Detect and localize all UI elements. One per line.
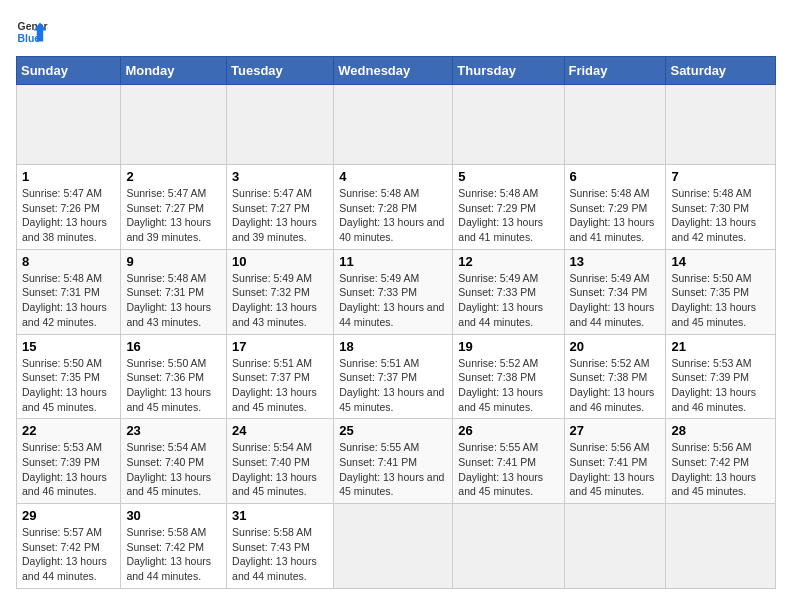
day-number: 29 <box>22 508 115 523</box>
calendar-week-row: 8 Sunrise: 5:48 AMSunset: 7:31 PMDayligh… <box>17 249 776 334</box>
calendar-day-cell <box>227 85 334 165</box>
day-number: 27 <box>570 423 661 438</box>
weekday-header-cell: Saturday <box>666 57 776 85</box>
calendar-day-cell: 29 Sunrise: 5:57 AMSunset: 7:42 PMDaylig… <box>17 504 121 589</box>
day-number: 4 <box>339 169 447 184</box>
day-number: 15 <box>22 339 115 354</box>
page-header: General Blue <box>16 16 776 48</box>
calendar-week-row: 22 Sunrise: 5:53 AMSunset: 7:39 PMDaylig… <box>17 419 776 504</box>
calendar-day-cell: 6 Sunrise: 5:48 AMSunset: 7:29 PMDayligh… <box>564 165 666 250</box>
day-number: 13 <box>570 254 661 269</box>
calendar-day-cell: 27 Sunrise: 5:56 AMSunset: 7:41 PMDaylig… <box>564 419 666 504</box>
day-info: Sunrise: 5:51 AMSunset: 7:37 PMDaylight:… <box>339 357 444 413</box>
day-info: Sunrise: 5:48 AMSunset: 7:30 PMDaylight:… <box>671 187 756 243</box>
calendar-week-row: 1 Sunrise: 5:47 AMSunset: 7:26 PMDayligh… <box>17 165 776 250</box>
calendar-day-cell: 18 Sunrise: 5:51 AMSunset: 7:37 PMDaylig… <box>334 334 453 419</box>
calendar-day-cell: 16 Sunrise: 5:50 AMSunset: 7:36 PMDaylig… <box>121 334 227 419</box>
day-number: 2 <box>126 169 221 184</box>
day-number: 26 <box>458 423 558 438</box>
day-info: Sunrise: 5:47 AMSunset: 7:26 PMDaylight:… <box>22 187 107 243</box>
day-info: Sunrise: 5:54 AMSunset: 7:40 PMDaylight:… <box>126 441 211 497</box>
calendar-day-cell <box>564 504 666 589</box>
weekday-header-cell: Friday <box>564 57 666 85</box>
day-number: 9 <box>126 254 221 269</box>
day-info: Sunrise: 5:58 AMSunset: 7:43 PMDaylight:… <box>232 526 317 582</box>
calendar-day-cell: 26 Sunrise: 5:55 AMSunset: 7:41 PMDaylig… <box>453 419 564 504</box>
calendar-day-cell: 28 Sunrise: 5:56 AMSunset: 7:42 PMDaylig… <box>666 419 776 504</box>
day-number: 1 <box>22 169 115 184</box>
calendar-day-cell <box>17 85 121 165</box>
day-number: 8 <box>22 254 115 269</box>
day-number: 31 <box>232 508 328 523</box>
day-number: 17 <box>232 339 328 354</box>
calendar-day-cell: 25 Sunrise: 5:55 AMSunset: 7:41 PMDaylig… <box>334 419 453 504</box>
day-info: Sunrise: 5:55 AMSunset: 7:41 PMDaylight:… <box>339 441 444 497</box>
day-number: 23 <box>126 423 221 438</box>
day-info: Sunrise: 5:58 AMSunset: 7:42 PMDaylight:… <box>126 526 211 582</box>
day-info: Sunrise: 5:51 AMSunset: 7:37 PMDaylight:… <box>232 357 317 413</box>
calendar-week-row <box>17 85 776 165</box>
calendar-day-cell <box>334 85 453 165</box>
calendar-day-cell: 31 Sunrise: 5:58 AMSunset: 7:43 PMDaylig… <box>227 504 334 589</box>
day-info: Sunrise: 5:48 AMSunset: 7:29 PMDaylight:… <box>570 187 655 243</box>
day-info: Sunrise: 5:55 AMSunset: 7:41 PMDaylight:… <box>458 441 543 497</box>
weekday-header-cell: Monday <box>121 57 227 85</box>
calendar-day-cell: 12 Sunrise: 5:49 AMSunset: 7:33 PMDaylig… <box>453 249 564 334</box>
day-info: Sunrise: 5:57 AMSunset: 7:42 PMDaylight:… <box>22 526 107 582</box>
day-number: 16 <box>126 339 221 354</box>
weekday-header-cell: Wednesday <box>334 57 453 85</box>
calendar-day-cell: 24 Sunrise: 5:54 AMSunset: 7:40 PMDaylig… <box>227 419 334 504</box>
calendar-day-cell: 19 Sunrise: 5:52 AMSunset: 7:38 PMDaylig… <box>453 334 564 419</box>
calendar-day-cell: 7 Sunrise: 5:48 AMSunset: 7:30 PMDayligh… <box>666 165 776 250</box>
calendar-day-cell <box>334 504 453 589</box>
day-info: Sunrise: 5:56 AMSunset: 7:42 PMDaylight:… <box>671 441 756 497</box>
logo: General Blue <box>16 16 48 48</box>
calendar-day-cell: 21 Sunrise: 5:53 AMSunset: 7:39 PMDaylig… <box>666 334 776 419</box>
weekday-header-cell: Sunday <box>17 57 121 85</box>
day-info: Sunrise: 5:48 AMSunset: 7:31 PMDaylight:… <box>126 272 211 328</box>
day-number: 28 <box>671 423 770 438</box>
day-info: Sunrise: 5:47 AMSunset: 7:27 PMDaylight:… <box>126 187 211 243</box>
weekday-header-cell: Tuesday <box>227 57 334 85</box>
calendar-day-cell <box>453 85 564 165</box>
day-number: 18 <box>339 339 447 354</box>
day-info: Sunrise: 5:49 AMSunset: 7:34 PMDaylight:… <box>570 272 655 328</box>
day-number: 19 <box>458 339 558 354</box>
calendar-day-cell: 15 Sunrise: 5:50 AMSunset: 7:35 PMDaylig… <box>17 334 121 419</box>
calendar-day-cell <box>453 504 564 589</box>
calendar-day-cell <box>666 85 776 165</box>
day-info: Sunrise: 5:47 AMSunset: 7:27 PMDaylight:… <box>232 187 317 243</box>
day-info: Sunrise: 5:52 AMSunset: 7:38 PMDaylight:… <box>458 357 543 413</box>
weekday-header-row: SundayMondayTuesdayWednesdayThursdayFrid… <box>17 57 776 85</box>
calendar-day-cell: 20 Sunrise: 5:52 AMSunset: 7:38 PMDaylig… <box>564 334 666 419</box>
calendar-day-cell: 14 Sunrise: 5:50 AMSunset: 7:35 PMDaylig… <box>666 249 776 334</box>
day-info: Sunrise: 5:54 AMSunset: 7:40 PMDaylight:… <box>232 441 317 497</box>
weekday-header-cell: Thursday <box>453 57 564 85</box>
day-info: Sunrise: 5:49 AMSunset: 7:33 PMDaylight:… <box>339 272 444 328</box>
day-number: 30 <box>126 508 221 523</box>
calendar-day-cell: 17 Sunrise: 5:51 AMSunset: 7:37 PMDaylig… <box>227 334 334 419</box>
day-number: 12 <box>458 254 558 269</box>
day-number: 5 <box>458 169 558 184</box>
calendar-day-cell: 10 Sunrise: 5:49 AMSunset: 7:32 PMDaylig… <box>227 249 334 334</box>
day-info: Sunrise: 5:48 AMSunset: 7:28 PMDaylight:… <box>339 187 444 243</box>
day-number: 11 <box>339 254 447 269</box>
calendar-day-cell: 2 Sunrise: 5:47 AMSunset: 7:27 PMDayligh… <box>121 165 227 250</box>
calendar-day-cell <box>121 85 227 165</box>
day-info: Sunrise: 5:50 AMSunset: 7:36 PMDaylight:… <box>126 357 211 413</box>
day-info: Sunrise: 5:49 AMSunset: 7:33 PMDaylight:… <box>458 272 543 328</box>
calendar-table: SundayMondayTuesdayWednesdayThursdayFrid… <box>16 56 776 589</box>
day-number: 20 <box>570 339 661 354</box>
calendar-day-cell: 8 Sunrise: 5:48 AMSunset: 7:31 PMDayligh… <box>17 249 121 334</box>
day-number: 22 <box>22 423 115 438</box>
day-info: Sunrise: 5:53 AMSunset: 7:39 PMDaylight:… <box>671 357 756 413</box>
calendar-day-cell: 1 Sunrise: 5:47 AMSunset: 7:26 PMDayligh… <box>17 165 121 250</box>
day-number: 25 <box>339 423 447 438</box>
calendar-day-cell: 5 Sunrise: 5:48 AMSunset: 7:29 PMDayligh… <box>453 165 564 250</box>
day-number: 14 <box>671 254 770 269</box>
calendar-day-cell: 23 Sunrise: 5:54 AMSunset: 7:40 PMDaylig… <box>121 419 227 504</box>
calendar-day-cell: 9 Sunrise: 5:48 AMSunset: 7:31 PMDayligh… <box>121 249 227 334</box>
day-info: Sunrise: 5:48 AMSunset: 7:31 PMDaylight:… <box>22 272 107 328</box>
calendar-day-cell: 4 Sunrise: 5:48 AMSunset: 7:28 PMDayligh… <box>334 165 453 250</box>
calendar-body: 1 Sunrise: 5:47 AMSunset: 7:26 PMDayligh… <box>17 85 776 589</box>
